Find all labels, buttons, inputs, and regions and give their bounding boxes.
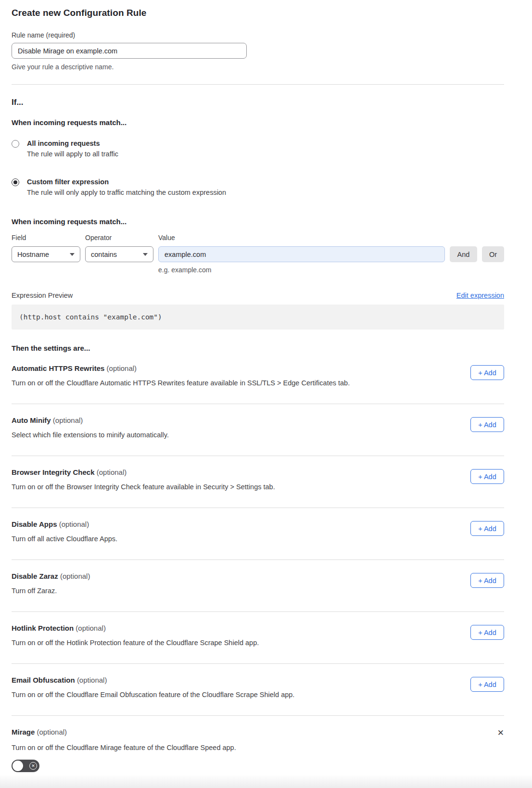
add-button[interactable]: + Add (470, 573, 504, 588)
setting-email-obfuscation: Email Obfuscation (optional) Turn on or … (12, 664, 504, 716)
add-button[interactable]: + Add (470, 625, 504, 640)
or-button[interactable]: Or (482, 246, 504, 262)
add-button[interactable]: + Add (470, 521, 504, 536)
setting-title: Automatic HTTPS Rewrites (optional) (12, 364, 350, 372)
add-button[interactable]: + Add (470, 677, 504, 692)
operator-select[interactable]: contains (85, 246, 153, 262)
setting-disable-zaraz: Disable Zaraz (optional) Turn off Zaraz.… (12, 560, 504, 612)
expression-builder: When incoming requests match... Field Op… (12, 217, 504, 274)
expression-preview-label: Expression Preview (12, 292, 73, 299)
setting-description: Turn on or off the Cloudflare Automatic … (12, 379, 350, 387)
setting-automatic-https-rewrites: Automatic HTTPS Rewrites (optional) Turn… (12, 352, 504, 404)
radio-icon[interactable] (12, 178, 19, 186)
radio-custom-filter-expression[interactable]: Custom filter expression The rule will o… (12, 178, 504, 196)
close-icon[interactable]: ✕ (497, 729, 504, 737)
mirage-toggle[interactable]: ✕ (12, 760, 39, 772)
setting-title: Browser Integrity Check (optional) (12, 468, 275, 476)
value-input[interactable] (158, 246, 445, 262)
radio-label: Custom filter expression (27, 178, 226, 186)
then-settings-heading: Then the settings are... (12, 344, 504, 352)
setting-title: Disable Apps (optional) (12, 520, 117, 528)
setting-title: Hotlink Protection (optional) (12, 624, 259, 632)
add-button[interactable]: + Add (470, 417, 504, 432)
create-configuration-rule-form: Create new Configuration Rule Rule name … (0, 0, 532, 772)
value-hint: e.g. example.com (158, 266, 445, 274)
operator-label: Operator (85, 234, 153, 241)
bottom-edge-shade (0, 775, 532, 788)
toggle-off-x-icon: ✕ (29, 762, 37, 770)
setting-browser-integrity-check: Browser Integrity Check (optional) Turn … (12, 456, 504, 508)
optional-label: (optional) (76, 624, 106, 632)
optional-label: (optional) (60, 572, 90, 580)
setting-mirage: Mirage (optional) ✕ Turn on or off the C… (12, 716, 504, 772)
setting-title: Disable Zaraz (optional) (12, 572, 90, 580)
match-heading: When incoming requests match... (12, 118, 504, 127)
radio-all-incoming-requests[interactable]: All incoming requests The rule will appl… (12, 140, 504, 158)
setting-title: Email Obfuscation (optional) (12, 676, 294, 684)
toggle-knob (13, 761, 23, 771)
expression-preview-header: Expression Preview Edit expression (12, 292, 504, 299)
optional-label: (optional) (37, 728, 67, 736)
setting-description: Select which file extensions to minify a… (12, 431, 169, 439)
value-label: Value (158, 234, 504, 241)
optional-label: (optional) (53, 416, 83, 424)
page-title: Create new Configuration Rule (12, 8, 504, 18)
field-label: Field (12, 234, 80, 241)
setting-hotlink-protection: Hotlink Protection (optional) Turn on or… (12, 612, 504, 664)
setting-title: Auto Minify (optional) (12, 416, 169, 424)
setting-title: Mirage (optional) (12, 728, 67, 736)
rule-name-help: Give your rule a descriptive name. (12, 63, 504, 71)
radio-description: The rule will only apply to traffic matc… (27, 189, 226, 196)
builder-heading: When incoming requests match... (12, 217, 504, 226)
edit-expression-link[interactable]: Edit expression (456, 292, 504, 299)
section-divider (12, 84, 504, 85)
rule-name-label: Rule name (required) (12, 31, 504, 39)
radio-icon[interactable] (12, 140, 19, 148)
setting-description: Turn on or off the Cloudflare Email Obfu… (12, 691, 294, 699)
expression-preview-code: (http.host contains "example.com") (12, 305, 504, 330)
and-button[interactable]: And (450, 246, 477, 262)
optional-label: (optional) (97, 468, 127, 476)
setting-description: Turn off Zaraz. (12, 587, 90, 595)
radio-label: All incoming requests (27, 140, 118, 147)
if-heading: If... (12, 98, 504, 107)
setting-description: Turn on or off the Hotlink Protection fe… (12, 639, 259, 647)
chevron-down-icon (70, 253, 75, 256)
optional-label: (optional) (107, 364, 137, 372)
radio-description: The rule will apply to all traffic (27, 150, 118, 158)
add-button[interactable]: + Add (470, 365, 504, 380)
setting-description: Turn on or off the Browser Integrity Che… (12, 483, 275, 491)
setting-disable-apps: Disable Apps (optional) Turn off all act… (12, 508, 504, 560)
optional-label: (optional) (59, 520, 89, 528)
field-select[interactable]: Hostname (12, 246, 80, 262)
add-button[interactable]: + Add (470, 469, 504, 484)
chevron-down-icon (143, 253, 148, 256)
operator-select-value: contains (91, 251, 117, 258)
rule-name-input[interactable] (12, 43, 247, 59)
setting-description: Turn off all active Cloudflare Apps. (12, 535, 117, 543)
optional-label: (optional) (77, 676, 107, 684)
setting-auto-minify: Auto Minify (optional) Select which file… (12, 404, 504, 456)
setting-description: Turn on or off the Cloudflare Mirage fea… (12, 744, 504, 751)
field-select-value: Hostname (17, 251, 49, 258)
